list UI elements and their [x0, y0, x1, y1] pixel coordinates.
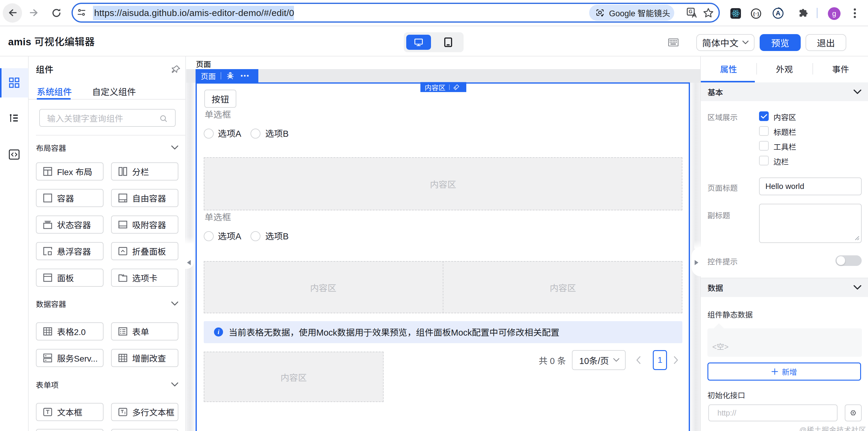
svg-text:G: G — [689, 9, 692, 14]
